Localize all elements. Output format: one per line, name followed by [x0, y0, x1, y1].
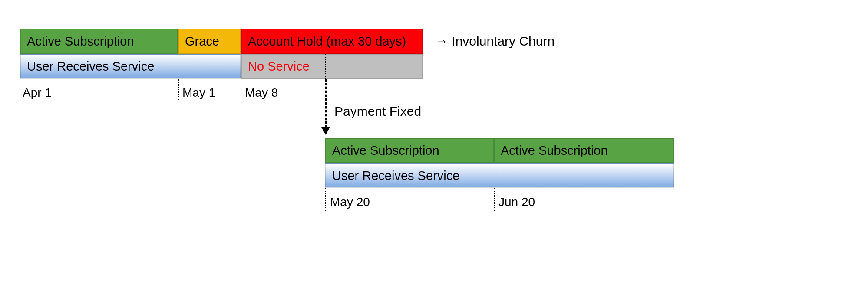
payment-fixed-arrow-head: [321, 127, 330, 135]
date-may8: May 8: [245, 86, 278, 100]
top-service-none-label: No Service: [248, 59, 310, 74]
guide-may1: [178, 79, 179, 101]
top-state-hold: Account Hold (max 30 days): [241, 29, 423, 54]
date-may20: May 20: [330, 195, 370, 209]
payment-fixed-label: Payment Fixed: [334, 104, 421, 119]
guide-jun20: [494, 188, 495, 211]
date-jun20: Jun 20: [498, 195, 535, 209]
top-service-none: No Service: [241, 54, 423, 79]
top-state-active: Active Subscription: [20, 29, 178, 54]
date-may1: May 1: [182, 86, 215, 100]
bottom-service: User Receives Service: [325, 163, 674, 188]
payment-fixed-arrow-line: [325, 79, 327, 128]
bottom-state-active-2: Active Subscription: [494, 138, 674, 163]
guide-may20: [325, 188, 326, 211]
involuntary-churn-label: → Involuntary Churn: [435, 34, 554, 49]
guide-may8-top: [325, 54, 326, 79]
bottom-state-active-1: Active Subscription: [325, 138, 494, 163]
date-apr1: Apr 1: [23, 86, 52, 100]
top-state-grace: Grace: [178, 29, 241, 54]
top-service-active: User Receives Service: [20, 54, 241, 79]
